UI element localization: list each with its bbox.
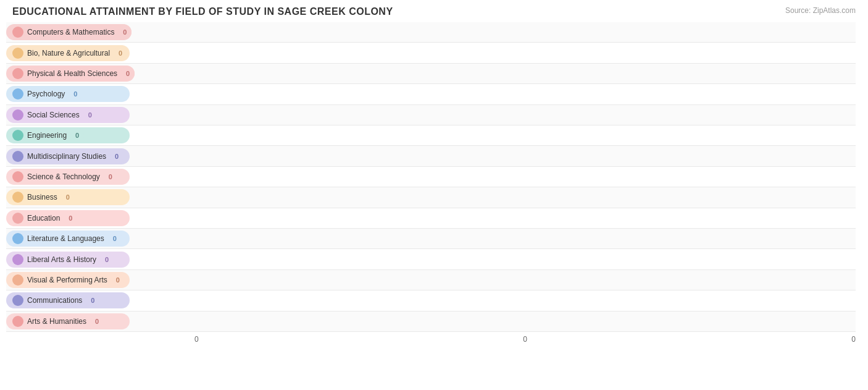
bar-value-badge: 0 (69, 87, 82, 101)
bar-pill: Education 0 (6, 210, 130, 226)
bar-label-area: Liberal Arts & History 0 (6, 252, 194, 268)
bar-chart-portion (194, 249, 856, 269)
bar-label: Communications (27, 296, 82, 305)
bar-label-area: Visual & Performing Arts 0 (6, 272, 194, 288)
left-accent-icon (12, 213, 23, 224)
bar-label-area: Business 0 (6, 189, 194, 205)
bar-value-badge: 0 (114, 46, 127, 60)
left-accent-icon (12, 109, 23, 121)
bar-pill: Bio, Nature & Agricultural 0 (6, 45, 130, 61)
left-accent-icon (12, 27, 23, 38)
bar-chart-portion (194, 146, 856, 166)
bar-value-badge: 0 (83, 108, 97, 122)
bar-label: Liberal Arts & History (27, 255, 96, 264)
left-accent-icon (12, 233, 23, 244)
bar-chart-portion (194, 105, 856, 125)
bar-chart-portion (194, 22, 856, 42)
bar-pill: Communications 0 (6, 292, 130, 308)
bar-value-badge: 0 (86, 294, 99, 307)
bar-value-badge: 0 (118, 25, 131, 39)
bar-row: Physical & Health Sciences 0 (6, 64, 856, 84)
bar-row: Communications 0 (6, 290, 856, 311)
bar-chart-portion (194, 187, 856, 207)
bar-value-badge: 0 (108, 232, 122, 245)
bar-row: Social Sciences 0 (6, 105, 856, 125)
bar-label-area: Literature & Languages 0 (6, 231, 194, 247)
bar-chart-portion (194, 270, 856, 290)
bar-row: Psychology 0 (6, 84, 856, 104)
bar-pill: Business 0 (6, 189, 130, 205)
x-axis: 0 0 0 (194, 332, 856, 350)
bar-label: Science & Technology (27, 172, 100, 181)
bar-value-badge: 0 (64, 211, 77, 225)
bar-pill: Social Sciences 0 (6, 107, 130, 123)
bar-label: Bio, Nature & Agricultural (27, 49, 110, 57)
bar-value-badge: 0 (70, 129, 84, 142)
bar-value-badge: 0 (61, 190, 75, 204)
bar-chart-portion (194, 312, 856, 331)
bar-label-area: Arts & Humanities 0 (6, 313, 194, 329)
source-label: Source: ZipAtlas.com (785, 6, 856, 15)
bar-value-badge: 0 (111, 273, 125, 287)
bar-label-area: Science & Technology 0 (6, 169, 194, 185)
bar-label: Multidisciplinary Studies (27, 152, 106, 161)
bar-label: Computers & Mathematics (27, 28, 114, 36)
bar-pill: Multidisciplinary Studies 0 (6, 148, 130, 164)
bar-pill: Physical & Health Sciences 0 (6, 66, 135, 82)
left-accent-icon (12, 88, 23, 100)
x-tick-2: 0 (851, 335, 856, 344)
bar-row: Education 0 (6, 208, 856, 229)
bar-chart-portion (194, 208, 856, 228)
left-accent-icon (12, 295, 23, 306)
left-accent-icon (12, 316, 23, 327)
bar-label-area: Communications 0 (6, 292, 194, 308)
bar-label: Psychology (27, 90, 65, 98)
bar-label: Social Sciences (27, 111, 80, 119)
bar-value-badge: 0 (110, 150, 123, 163)
bar-row: Arts & Humanities 0 (6, 312, 856, 332)
left-accent-icon (12, 151, 23, 162)
bar-label: Arts & Humanities (27, 317, 86, 326)
bar-label-area: Multidisciplinary Studies 0 (6, 148, 194, 164)
bar-pill: Computers & Mathematics 0 (6, 24, 131, 40)
bar-label: Literature & Languages (27, 234, 104, 243)
left-accent-icon (12, 254, 23, 265)
rows-container: Computers & Mathematics 0 Bio, Nature & … (6, 22, 856, 332)
left-accent-icon (12, 48, 23, 59)
bar-label-area: Education 0 (6, 210, 194, 226)
left-accent-icon (12, 192, 23, 203)
bar-row: Liberal Arts & History 0 (6, 249, 856, 269)
bar-chart-portion (194, 64, 856, 83)
bar-value-badge: 0 (104, 170, 117, 184)
bar-row: Science & Technology 0 (6, 167, 856, 187)
bar-row: Bio, Nature & Agricultural 0 (6, 43, 856, 63)
bar-row: Engineering 0 (6, 125, 856, 146)
bar-label-area: Engineering 0 (6, 127, 194, 143)
bar-pill: Liberal Arts & History 0 (6, 252, 130, 268)
bar-pill: Science & Technology 0 (6, 169, 130, 185)
bar-row: Multidisciplinary Studies 0 (6, 146, 856, 166)
bar-chart-portion (194, 229, 856, 248)
bar-label: Business (27, 193, 57, 201)
x-tick-1: 0 (523, 335, 527, 344)
bar-row: Business 0 (6, 187, 856, 208)
bar-pill: Literature & Languages 0 (6, 231, 130, 247)
left-accent-icon (12, 130, 23, 141)
bar-row: Visual & Performing Arts 0 (6, 270, 856, 290)
bar-label-area: Physical & Health Sciences 0 (6, 66, 194, 82)
bar-chart-portion (194, 84, 856, 104)
chart-container: EDUCATIONAL ATTAINMENT BY FIELD OF STUDY… (0, 0, 868, 390)
bar-value-badge: 0 (121, 67, 135, 80)
bar-row: Literature & Languages 0 (6, 229, 856, 249)
bar-row: Computers & Mathematics 0 (6, 22, 856, 43)
bars-section: Computers & Mathematics 0 Bio, Nature & … (6, 22, 856, 350)
bar-label-area: Computers & Mathematics 0 (6, 24, 194, 40)
bar-value-badge: 0 (90, 315, 104, 328)
left-accent-icon (12, 171, 23, 182)
bar-label-area: Psychology 0 (6, 86, 194, 102)
bar-label: Visual & Performing Arts (27, 276, 107, 284)
bar-label-area: Social Sciences 0 (6, 107, 194, 123)
left-accent-icon (12, 68, 23, 79)
bar-pill: Engineering 0 (6, 127, 130, 143)
bar-chart-portion (194, 167, 856, 187)
